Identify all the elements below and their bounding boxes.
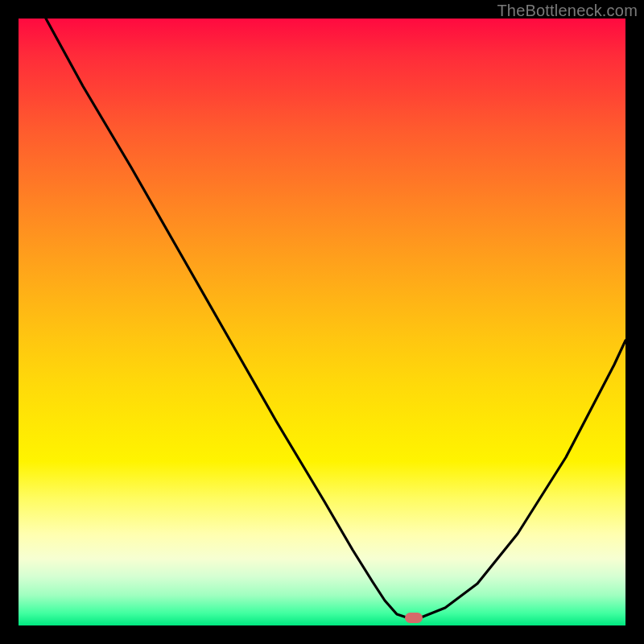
chart-frame: TheBottleneck.com [0,0,644,644]
optimum-marker [405,613,423,623]
bottleneck-curve [19,19,625,625]
plot-area [19,19,625,625]
watermark-text: TheBottleneck.com [497,2,638,20]
